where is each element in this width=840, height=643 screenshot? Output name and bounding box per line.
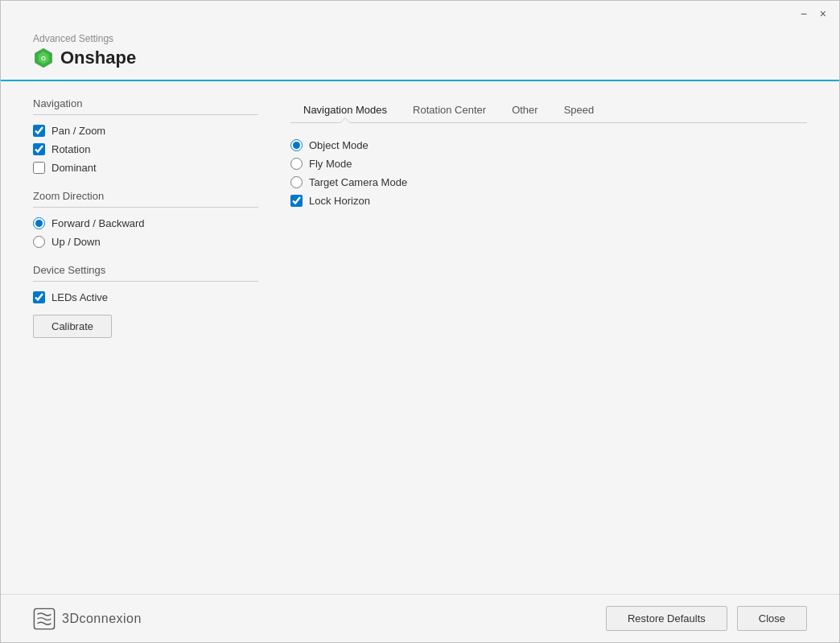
pan-zoom-label: Pan / Zoom (51, 125, 105, 137)
leds-active-checkbox[interactable] (33, 291, 45, 303)
dominant-label: Dominant (51, 162, 97, 174)
lock-horizon-row[interactable]: Lock Horizon (290, 195, 807, 207)
fly-mode-radio[interactable] (290, 158, 303, 170)
right-panel: Navigation Modes Rotation Center Other S… (290, 97, 807, 578)
object-mode-row[interactable]: Object Mode (290, 139, 807, 151)
header: Advanced Settings O Onshape (1, 27, 839, 81)
close-dialog-button[interactable]: Close (737, 606, 807, 631)
calibrate-button[interactable]: Calibrate (33, 315, 112, 338)
tab-rotation-center[interactable]: Rotation Center (400, 97, 499, 122)
header-subtitle: Advanced Settings (33, 33, 807, 44)
restore-defaults-button[interactable]: Restore Defaults (606, 606, 727, 631)
forward-backward-radio[interactable] (33, 217, 45, 229)
content-area: Navigation Pan / Zoom Rotation Dominant … (1, 81, 839, 594)
footer: 3Dconnexion Restore Defaults Close (1, 594, 839, 642)
tab-other[interactable]: Other (499, 97, 551, 122)
pan-zoom-checkbox[interactable] (33, 125, 45, 137)
navigation-section: Navigation Pan / Zoom Rotation Dominant (33, 97, 258, 174)
device-settings-divider (33, 281, 258, 282)
lock-horizon-checkbox[interactable] (290, 195, 303, 207)
rotation-label: Rotation (51, 143, 90, 155)
target-camera-mode-radio[interactable] (290, 176, 303, 188)
rotation-checkbox[interactable] (33, 143, 45, 155)
3dconnexion-logo-icon (33, 608, 56, 630)
tabs-container: Navigation Modes Rotation Center Other S… (290, 97, 807, 123)
footer-buttons: Restore Defaults Close (606, 606, 807, 631)
target-camera-mode-row[interactable]: Target Camera Mode (290, 176, 807, 188)
fly-mode-row[interactable]: Fly Mode (290, 158, 807, 170)
forward-backward-row[interactable]: Forward / Backward (33, 217, 258, 229)
onshape-logo-icon: O (33, 47, 54, 68)
rotation-row[interactable]: Rotation (33, 143, 258, 155)
footer-logo-text: 3Dconnexion (62, 612, 142, 626)
tab-navigation-modes[interactable]: Navigation Modes (290, 97, 400, 122)
title-bar: − × (1, 1, 839, 27)
header-title: O Onshape (33, 47, 807, 68)
zoom-direction-section-title: Zoom Direction (33, 190, 258, 202)
main-window: − × Advanced Settings O Onshape Navigati… (0, 0, 840, 643)
zoom-direction-divider (33, 207, 258, 208)
navigation-section-title: Navigation (33, 97, 258, 109)
up-down-row[interactable]: Up / Down (33, 236, 258, 248)
forward-backward-label: Forward / Backward (51, 217, 145, 229)
object-mode-radio[interactable] (290, 139, 303, 151)
device-settings-section: Device Settings LEDs Active Calibrate (33, 264, 258, 338)
footer-logo: 3Dconnexion (33, 608, 142, 630)
fly-mode-label: Fly Mode (309, 158, 352, 170)
leds-active-label: LEDs Active (51, 291, 108, 303)
up-down-radio[interactable] (33, 236, 45, 248)
pan-zoom-row[interactable]: Pan / Zoom (33, 125, 258, 137)
lock-horizon-label: Lock Horizon (309, 195, 370, 207)
up-down-label: Up / Down (51, 236, 101, 248)
svg-text:O: O (41, 55, 46, 62)
leds-active-row[interactable]: LEDs Active (33, 291, 258, 303)
target-camera-mode-label: Target Camera Mode (309, 176, 407, 188)
device-settings-section-title: Device Settings (33, 264, 258, 276)
dominant-row[interactable]: Dominant (33, 162, 258, 174)
tab-speed[interactable]: Speed (551, 97, 607, 122)
zoom-direction-section: Zoom Direction Forward / Backward Up / D… (33, 190, 258, 248)
dominant-checkbox[interactable] (33, 162, 45, 174)
navigation-divider (33, 114, 258, 115)
close-button[interactable]: × (815, 6, 831, 22)
minimize-button[interactable]: − (796, 6, 812, 22)
tab-content-navigation-modes: Object Mode Fly Mode Target Camera Mode … (290, 123, 807, 229)
app-title: Onshape (60, 47, 136, 68)
object-mode-label: Object Mode (309, 139, 369, 151)
left-panel: Navigation Pan / Zoom Rotation Dominant … (33, 97, 258, 578)
